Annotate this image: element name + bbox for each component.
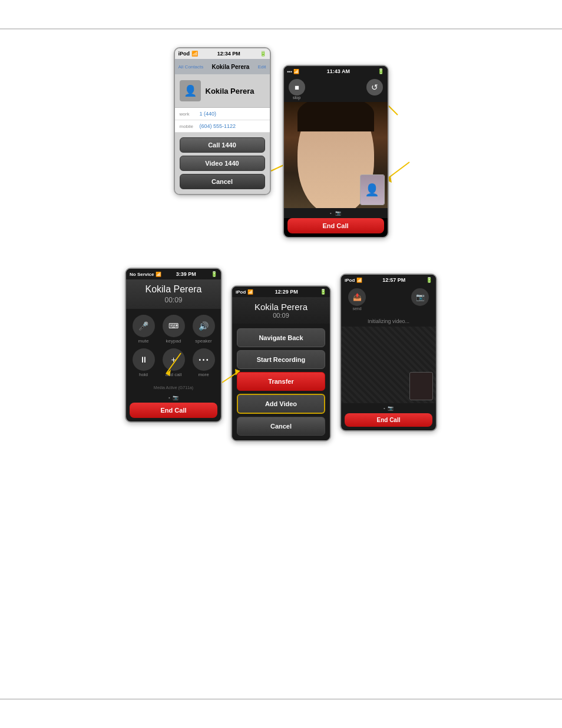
phone1-battery: 🔋: [260, 51, 266, 57]
hair-shape: [297, 102, 374, 131]
wifi-icon: 📶: [293, 69, 299, 74]
phone3-caller-name: Kokila Perera: [128, 284, 219, 295]
more-icon[interactable]: • • •: [193, 348, 215, 371]
signal-icon: ▪▪▪: [287, 69, 293, 74]
self-preview-face: 👤: [361, 175, 384, 205]
camera-ctrl-icon: 📷: [173, 395, 178, 400]
video-button[interactable]: Video 1440: [180, 156, 265, 171]
phone4-timer: 00:09: [234, 312, 328, 319]
keypad-icon[interactable]: ⌨: [163, 315, 185, 337]
phone5-self-preview: [409, 372, 433, 400]
mobile-field-row: mobile (604) 555-1122: [175, 120, 270, 133]
init-text: Initializing video...: [368, 318, 409, 324]
video-area: 👤: [284, 102, 388, 208]
phone5-video-bg: [341, 327, 436, 403]
stop-icon[interactable]: ⏹: [289, 79, 305, 95]
end-call-button[interactable]: End Call: [287, 218, 384, 233]
ipod-label: iPod: [178, 51, 190, 57]
phone2-controls-bar: • 📷: [284, 208, 388, 218]
edit-link[interactable]: Edit: [258, 64, 266, 70]
more-label: more: [198, 372, 209, 377]
nav-title: Kokila Perera: [211, 64, 249, 70]
send-icon-group: 📤 send: [348, 288, 366, 311]
phone3-caller-info: Kokila Perera 00:09: [126, 279, 221, 309]
phone2-status-bar: ▪▪▪ 📶 11:43 AM 🔋: [284, 66, 388, 77]
self-preview: 👤: [360, 174, 385, 205]
phone4-battery: 🔋: [320, 289, 326, 295]
content-area: iPod 📶 12:34 PM 🔋 All Contacts Kokila Pe…: [0, 35, 562, 693]
phone2-battery: 🔋: [378, 68, 384, 74]
add-call-icon[interactable]: +: [163, 348, 185, 371]
rotate-icon-group: ↺: [366, 79, 383, 100]
back-link[interactable]: All Contacts: [178, 64, 204, 70]
phone1-contact: iPod 📶 12:34 PM 🔋 All Contacts Kokila Pe…: [174, 47, 271, 195]
phone3-battery: 🔋: [211, 271, 217, 277]
bottom-divider: [0, 699, 562, 700]
keypad-label: keypad: [166, 338, 181, 344]
camera-indicator: 📷: [335, 210, 341, 216]
phone5-battery: 🔋: [426, 277, 432, 283]
add-call-control: + add call: [163, 348, 185, 377]
phone4-caller-name: Kokila Perera: [234, 302, 328, 312]
top-divider: [0, 28, 562, 29]
phone3-time: 3:39 PM: [176, 271, 196, 277]
more-control: • • • more: [193, 348, 215, 377]
phone2-videocall: ▪▪▪ 📶 11:43 AM 🔋 ⏹ stop ↺: [283, 65, 389, 238]
section-top: iPod 📶 12:34 PM 🔋 All Contacts Kokila Pe…: [174, 47, 389, 238]
phone1-action-buttons: Call 1440 Video 1440 Cancel: [175, 133, 270, 194]
phone2-status-left: ▪▪▪ 📶: [287, 69, 300, 74]
phone4-more-menu: iPod 📶 12:29 PM 🔋 Kokila Perera 00:09 Na…: [231, 285, 331, 442]
phone3-end-call-button[interactable]: End Call: [130, 403, 217, 418]
mute-icon[interactable]: 🎤: [133, 315, 155, 337]
phone4-status-bar: iPod 📶 12:29 PM 🔋: [232, 286, 330, 297]
send-icon[interactable]: 📤: [348, 288, 366, 306]
camera-icon[interactable]: 📷: [411, 288, 429, 306]
add-call-label: add call: [166, 372, 182, 377]
phone1-contact-header: 👤 Kokila Perera: [175, 74, 270, 108]
phone3-incall: No Service 📶 3:39 PM 🔋 Kokila Perera 00:…: [125, 268, 222, 423]
rotate-camera-icon[interactable]: ↺: [366, 79, 383, 95]
wifi-icon: 📶: [191, 51, 198, 57]
phone3-signal: No Service 📶: [130, 272, 161, 277]
wifi-icon2: 📶: [247, 289, 253, 295]
mobile-value[interactable]: (604) 555-1122: [200, 123, 236, 129]
phone1-status-left: iPod 📶: [178, 51, 199, 57]
phone4-menu-area: Navigate Back Start Recording Transfer A…: [232, 324, 330, 440]
camera-icon-group: 📷: [411, 288, 429, 311]
navigate-back-button[interactable]: Navigate Back: [237, 328, 325, 347]
stop-icon-group: ⏹ stop: [289, 79, 305, 100]
ipod-label3: iPod: [345, 278, 355, 283]
phone5-dot: •: [384, 406, 385, 411]
call-button[interactable]: Call 1440: [180, 137, 265, 153]
cancel-button[interactable]: Cancel: [180, 174, 265, 189]
speaker-label: speaker: [195, 338, 211, 344]
transfer-button[interactable]: Transfer: [237, 372, 325, 391]
init-text-container: Initializing video...: [341, 314, 436, 327]
phone4-left: iPod 📶: [236, 289, 253, 295]
work-label: work: [180, 111, 196, 117]
phone1-time: 12:34 PM: [217, 51, 240, 57]
media-codec: Media Active (G711a): [126, 380, 221, 393]
phone1-navbar: All Contacts Kokila Perera Edit: [175, 59, 270, 74]
start-recording-button[interactable]: Start Recording: [237, 350, 325, 369]
stop-label: stop: [293, 95, 300, 100]
mute-label: mute: [138, 338, 149, 344]
speaker-icon[interactable]: 🔊: [193, 315, 215, 337]
section-bottom: No Service 📶 3:39 PM 🔋 Kokila Perera 00:…: [125, 268, 437, 442]
svg-line-4: [386, 162, 409, 180]
hold-control: ⏸ hold: [133, 348, 155, 377]
phone3-dots: • 📷: [126, 393, 221, 403]
phone3-ctrl-row1: 🎤 mute ⌨ keypad 🔊 speaker: [126, 309, 221, 346]
phone2-time: 11:43 AM: [327, 68, 350, 74]
phone5-top-icons: 📤 send 📷: [341, 285, 436, 314]
phone3-status-bar: No Service 📶 3:39 PM 🔋: [126, 269, 221, 279]
phone4-caller-info: Kokila Perera 00:09: [232, 297, 330, 324]
speaker-control: 🔊 speaker: [193, 315, 215, 344]
wifi-icon3: 📶: [356, 278, 362, 283]
phone5-end-call-button[interactable]: End Call: [345, 413, 432, 427]
phone2-top-icons: ⏹ stop ↺: [284, 77, 388, 102]
hold-icon[interactable]: ⏸: [133, 348, 155, 371]
cancel-menu-button[interactable]: Cancel: [237, 417, 325, 436]
work-value[interactable]: 1 (440): [200, 111, 217, 117]
add-video-button[interactable]: Add Video: [237, 394, 325, 414]
